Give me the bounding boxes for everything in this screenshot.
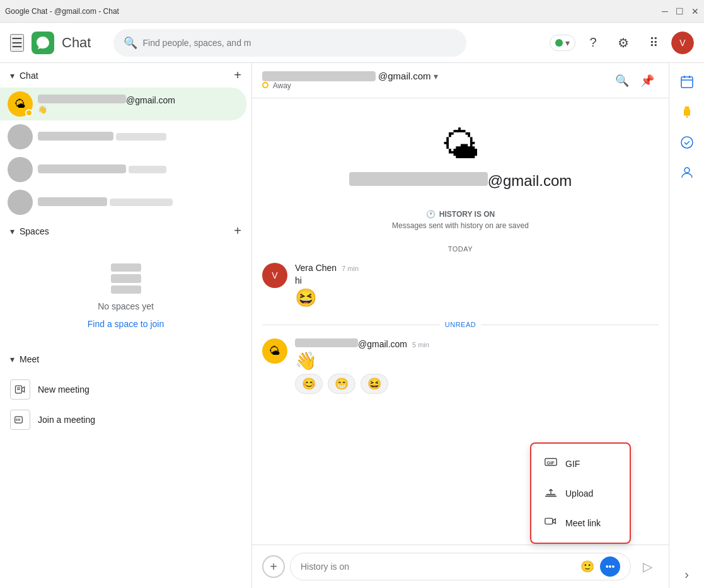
meet-link-menu-item[interactable]: Meet link (531, 508, 630, 538)
chat-input-box: 🙂 ••• (290, 553, 631, 580)
settings-button[interactable]: ⚙ (611, 30, 636, 55)
input-actions: 🙂 ••• (577, 556, 620, 577)
status-dot (555, 39, 563, 47)
gif-menu-item[interactable]: GIF GIF (531, 449, 630, 478)
menu-button[interactable]: ☰ (10, 34, 24, 52)
search-input[interactable] (142, 38, 456, 48)
unread-divider: UNREAD (262, 321, 659, 328)
unread-line-left (262, 325, 440, 325)
close-button[interactable]: ✕ (691, 6, 699, 16)
status-text: Away (273, 81, 291, 90)
vera-emoji: 😆 (295, 287, 659, 308)
chat-item-active[interactable]: 🌤 @gmail.com 👋 (0, 88, 246, 120)
history-clock-icon: 🕐 (426, 210, 436, 219)
spaces-add-button[interactable]: + (234, 224, 241, 238)
chat-header-status: Away (262, 81, 606, 90)
chat-header-name: @gmail.com ▾ (262, 71, 606, 81)
my-message-time: 5 min (412, 341, 429, 349)
more-options-button[interactable]: ••• (600, 556, 620, 577)
chat-item-1[interactable] (0, 120, 246, 153)
meet-section-header[interactable]: ▾ Meet (0, 349, 251, 369)
chat-add-button[interactable]: + (234, 68, 241, 83)
apps-button[interactable]: ⠿ (641, 30, 666, 55)
chat-input[interactable] (301, 562, 572, 572)
titlebar-title: Google Chat - @gmail.com - Chat (5, 7, 119, 16)
new-meeting-label: New meeting (38, 384, 89, 395)
contacts-icon-btn[interactable] (673, 159, 701, 187)
meet-link-icon (544, 514, 558, 531)
message-body-vera: Vera Chen 7 min hi 😆 (295, 263, 659, 308)
chat-header-info: @gmail.com ▾ Away (262, 71, 606, 90)
my-message: 🌤 @gmail.com 5 min 👋 😊 😁 😆 (262, 338, 659, 394)
reaction-2[interactable]: 😁 (328, 374, 355, 394)
header: ☰ Chat 🔍 ▾ ? ⚙ ⠿ V (0, 23, 704, 63)
reaction-3[interactable]: 😆 (361, 374, 388, 394)
chat-info-2 (38, 164, 239, 176)
titlebar-controls: ─ ☐ ✕ (662, 6, 699, 16)
chat-info-3 (38, 197, 239, 209)
calendar-icon-btn[interactable] (673, 68, 701, 96)
blurred-name-1 (38, 132, 113, 141)
history-saved-text: Messages sent with history on are saved (392, 221, 529, 230)
chat-info-1 (38, 131, 239, 143)
header-name-email: @gmail.com (378, 71, 431, 81)
emoji-button[interactable]: 🙂 (577, 556, 597, 577)
sun-emoji: 🌤 (442, 124, 480, 167)
header-app-title: Chat (62, 35, 91, 51)
blurred-preview-3 (110, 199, 173, 206)
maximize-button[interactable]: ☐ (676, 6, 684, 16)
header-name-blur (262, 71, 376, 81)
minimize-button[interactable]: ─ (662, 6, 668, 16)
send-button[interactable]: ▷ (636, 555, 659, 578)
blurred-avatar-2 (8, 157, 33, 182)
reaction-row: 😊 😁 😆 (295, 374, 659, 394)
chat-name-active: @gmail.com (38, 95, 239, 105)
spaces-section-header[interactable]: ▾ Spaces + (0, 219, 251, 243)
join-meeting-icon (10, 410, 30, 430)
unread-label: UNREAD (445, 321, 476, 328)
history-notice: 🕐 HISTORY IS ON Messages sent with histo… (262, 210, 659, 230)
svg-rect-12 (545, 518, 553, 524)
body-container: ▾ Chat + 🌤 @gmail.com 👋 (0, 63, 704, 588)
history-label: HISTORY IS ON (439, 210, 495, 219)
search-bar[interactable]: 🔍 (113, 29, 466, 57)
app-container: ☰ Chat 🔍 ▾ ? ⚙ ⠿ V (0, 23, 704, 588)
blurred-preview-2 (129, 166, 166, 173)
new-meeting-item[interactable]: New meeting (0, 374, 251, 405)
gif-label: GIF (565, 459, 580, 469)
blurred-preview-1 (116, 133, 166, 141)
svg-point-16 (681, 137, 693, 148)
add-attachment-button[interactable]: + (262, 555, 285, 578)
chat-info-active: @gmail.com 👋 (38, 95, 239, 114)
popup-menu: GIF GIF Upload Meet link (530, 442, 631, 544)
chat-item-2[interactable] (0, 153, 246, 186)
find-space-link[interactable]: Find a space to join (88, 319, 164, 329)
chat-input-area: + 🙂 ••• ▷ GIF GIF (252, 545, 669, 588)
chat-status-indicator (25, 109, 33, 117)
svg-rect-4 (15, 417, 23, 423)
tasks-icon-btn[interactable] (673, 129, 701, 156)
status-button[interactable]: ▾ (550, 35, 575, 51)
blurred-name-3 (38, 197, 107, 206)
search-messages-button[interactable]: 🔍 (611, 69, 633, 92)
chat-chevron-icon: ▾ (10, 71, 14, 81)
join-meeting-item[interactable]: Join a meeting (0, 405, 251, 435)
spaces-section-title: Spaces (20, 226, 234, 236)
my-avatar: 🌤 (262, 338, 287, 364)
upload-menu-item[interactable]: Upload (531, 478, 630, 508)
pin-button[interactable]: 📌 (636, 69, 659, 92)
join-meeting-label: Join a meeting (38, 415, 95, 425)
reaction-1[interactable]: 😊 (295, 374, 323, 394)
user-avatar[interactable]: V (671, 32, 694, 54)
my-message-header: @gmail.com 5 min (295, 338, 659, 349)
meet-section-title: Meet (20, 354, 241, 364)
blurred-avatar-1 (8, 124, 33, 149)
titlebar: Google Chat - @gmail.com - Chat ─ ☐ ✕ (0, 0, 704, 23)
keep-icon-btn[interactable] (673, 98, 701, 126)
help-button[interactable]: ? (580, 30, 606, 55)
chat-section-header[interactable]: ▾ Chat + (0, 63, 251, 88)
chat-item-3[interactable] (0, 186, 246, 219)
away-status-circle (262, 82, 268, 88)
expand-panel-button[interactable]: › (673, 560, 701, 588)
svg-rect-10 (546, 494, 556, 495)
